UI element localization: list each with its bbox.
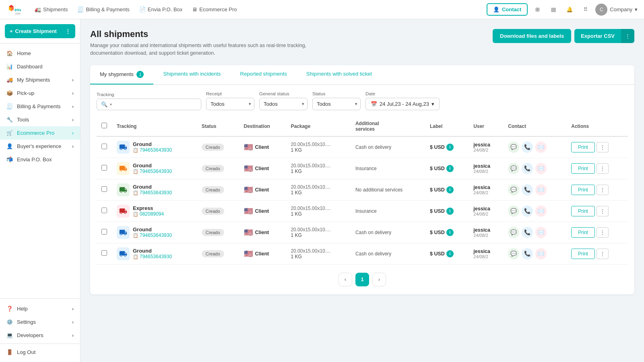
label-price: $ USD: [430, 251, 445, 257]
nav-pobox[interactable]: 📄 Envia P.O. Box: [135, 4, 186, 15]
whatsapp-button[interactable]: 💬: [508, 163, 519, 174]
email-button[interactable]: ✉️: [535, 163, 547, 174]
row-dots-button[interactable]: ⋮: [597, 142, 609, 152]
label-info-icon[interactable]: i: [446, 186, 454, 193]
row-dots-button[interactable]: ⋮: [597, 249, 609, 259]
print-button[interactable]: Print: [571, 142, 595, 152]
sidebar-item-developers[interactable]: 💻 Developers ›: [0, 329, 80, 342]
nav-shipments[interactable]: 🚛 Shipments: [31, 4, 72, 15]
row-dots-button[interactable]: ⋮: [597, 185, 609, 195]
bell-icon-btn[interactable]: 🔔: [563, 3, 576, 16]
phone-button[interactable]: 📞: [522, 142, 533, 153]
cards-icon-btn[interactable]: ▤: [547, 3, 560, 16]
label-info-icon[interactable]: i: [446, 165, 454, 172]
download-files-button[interactable]: Download files and labels: [493, 29, 571, 43]
email-button[interactable]: ✉️: [535, 248, 547, 259]
user-name: jessica: [473, 185, 498, 190]
print-button[interactable]: Print: [571, 163, 595, 174]
export-csv-button[interactable]: Exportar CSV: [574, 29, 621, 43]
label-info-icon[interactable]: i: [446, 229, 454, 236]
email-button[interactable]: ✉️: [535, 142, 547, 153]
row-dots-button[interactable]: ⋮: [597, 227, 609, 238]
destination-name: Client: [255, 230, 269, 235]
tab-incidents[interactable]: Shipments with incidents: [153, 65, 230, 84]
sidebar-item-home[interactable]: 🏠 Home: [0, 47, 80, 60]
whatsapp-button[interactable]: 💬: [508, 184, 519, 195]
select-all-checkbox[interactable]: [101, 123, 107, 128]
pagination-page-1-button[interactable]: 1: [355, 273, 369, 286]
calculator-icon-btn[interactable]: ⊞: [531, 3, 544, 16]
pobox-side-icon: 📬: [6, 156, 13, 162]
email-button[interactable]: ✉️: [535, 227, 547, 238]
sidebar-item-pobox[interactable]: 📬 Envia P.O. Box: [0, 153, 80, 166]
destination-cell: 🇺🇸 Client: [244, 228, 281, 237]
print-button[interactable]: Print: [571, 249, 595, 259]
user-date: 24/08/2: [473, 190, 498, 195]
label-info-icon[interactable]: i: [446, 208, 454, 215]
page-title-block: All shipments Manage your national and i…: [90, 29, 332, 57]
email-button[interactable]: ✉️: [535, 184, 547, 195]
tab-reported[interactable]: Reported shipments: [231, 65, 297, 84]
sidebar-item-ecommerce-pro[interactable]: 🛒 Ecommerce Pro ›: [0, 126, 80, 140]
create-shipment-label: Create Shipment: [15, 28, 57, 34]
print-button[interactable]: Print: [571, 227, 595, 238]
contact-button[interactable]: 👤 Contact: [487, 3, 528, 16]
phone-button[interactable]: 📞: [522, 227, 533, 238]
general-status-label: General status: [259, 91, 308, 96]
create-shipment-button[interactable]: + Create Shipment ⋮: [5, 24, 75, 38]
package-cell: 20.00x15.00x10.... 1 KG: [291, 248, 346, 259]
truck-icon: 🚛: [35, 6, 41, 12]
chevron-right-icon-8: ›: [72, 319, 74, 325]
row-checkbox[interactable]: [101, 186, 107, 192]
tab-solved[interactable]: Shipments with solved ticket: [297, 65, 382, 84]
sidebar-item-buyers-exp[interactable]: 👤 Buyer's experience ›: [0, 140, 80, 153]
sidebar-item-tools[interactable]: 🔧 Tools ›: [0, 113, 80, 126]
nav-ecommerce[interactable]: 🖥 Ecommerce Pro: [188, 4, 241, 15]
user-name: jessica: [473, 163, 498, 169]
row-checkbox[interactable]: [101, 144, 107, 149]
whatsapp-button[interactable]: 💬: [508, 142, 519, 153]
phone-button[interactable]: 📞: [522, 184, 533, 195]
sidebar-item-my-shipments[interactable]: 🚚 My Shipments ›: [0, 73, 80, 86]
pagination-prev-button[interactable]: ‹: [339, 273, 352, 286]
company-button[interactable]: C Company ▾: [595, 4, 638, 16]
tab-my-shipments[interactable]: My shypments 1: [90, 65, 153, 84]
tabs-container: My shypments 1 Shipments with incidents …: [90, 65, 634, 294]
status-select[interactable]: Todos: [312, 98, 361, 110]
whatsapp-button[interactable]: 💬: [508, 248, 519, 259]
tracking-search-input[interactable]: [114, 101, 197, 107]
pagination-next-button[interactable]: ›: [372, 273, 386, 286]
label-info-icon[interactable]: i: [446, 144, 454, 151]
print-button[interactable]: Print: [571, 206, 595, 216]
phone-button[interactable]: 📞: [522, 163, 533, 174]
print-button[interactable]: Print: [571, 185, 595, 195]
row-dots-button[interactable]: ⋮: [597, 206, 609, 216]
general-status-select[interactable]: Todos: [259, 98, 308, 110]
sidebar-item-help[interactable]: ❓ Help ›: [0, 302, 80, 315]
sidebar-item-dashboard[interactable]: 📊 Dashboard: [0, 60, 80, 73]
sidebar-item-logout[interactable]: 🚪 Log Out: [0, 346, 80, 359]
package-weight: 1 KG: [291, 190, 346, 195]
contact-icons: 💬 📞 ✉️: [508, 206, 561, 217]
row-checkbox[interactable]: [101, 208, 107, 213]
grid-icon-btn[interactable]: ⠿: [579, 3, 592, 16]
row-checkbox[interactable]: [101, 165, 107, 171]
row-checkbox[interactable]: [101, 229, 107, 234]
phone-button[interactable]: 📞: [522, 248, 533, 259]
tab-my-shipments-badge: 1: [136, 71, 144, 78]
row-dots-button[interactable]: ⋮: [597, 163, 609, 174]
export-csv-dots-button[interactable]: ⋮: [621, 29, 634, 43]
row-checkbox[interactable]: [101, 250, 107, 256]
phone-button[interactable]: 📞: [522, 206, 533, 217]
sidebar-item-pickup[interactable]: 📦 Pick-up ›: [0, 86, 80, 100]
sidebar-item-settings[interactable]: ⚙️ Settings ›: [0, 315, 80, 329]
logo[interactable]: envia .com: [6, 2, 21, 17]
sidebar-item-billing[interactable]: 🧾 Billing & Payments ›: [0, 100, 80, 113]
email-button[interactable]: ✉️: [535, 206, 547, 217]
receipt-select[interactable]: Todos: [206, 98, 254, 110]
label-info-icon[interactable]: i: [446, 250, 454, 257]
whatsapp-button[interactable]: 💬: [508, 206, 519, 217]
date-filter-button[interactable]: 📅 24 Jul,23 - 24 Aug,23 ▾: [365, 98, 440, 110]
whatsapp-button[interactable]: 💬: [508, 227, 519, 238]
nav-billing[interactable]: 🧾 Billing & Payments: [73, 4, 133, 15]
